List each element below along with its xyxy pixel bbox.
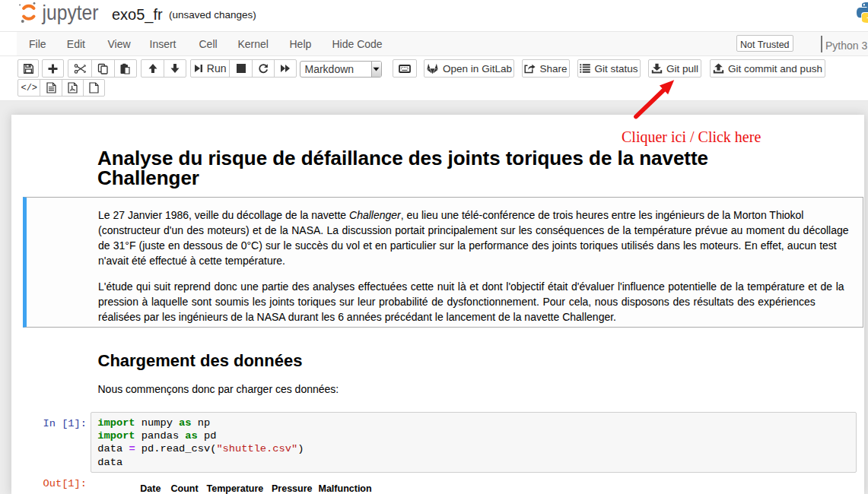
svg-text:jupyter: jupyter [42, 1, 99, 24]
